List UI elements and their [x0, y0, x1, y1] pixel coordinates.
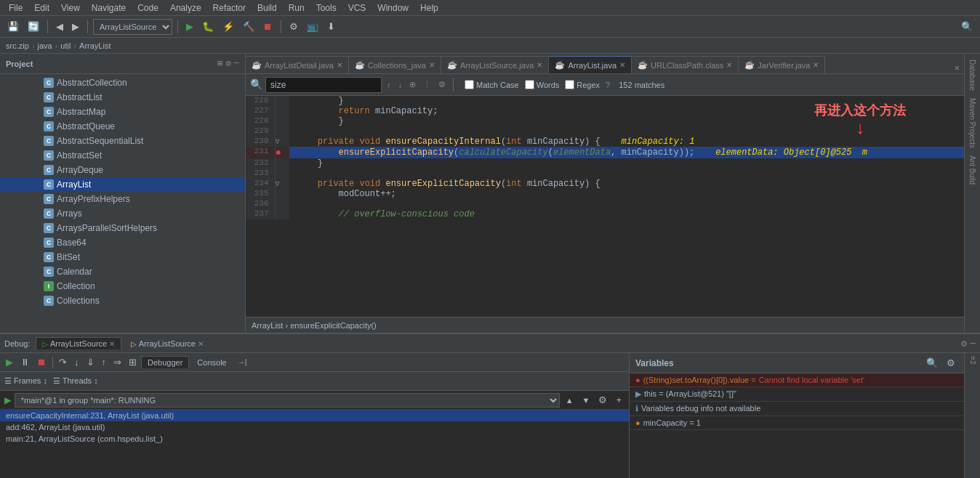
breadcrumb-arraylist[interactable]: ArrayList [79, 41, 111, 50]
step-out-btn[interactable]: ↑ [99, 355, 110, 369]
close-search-icon[interactable]: ✕ [950, 62, 964, 73]
run-button[interactable]: ▶ [183, 20, 196, 33]
tab-close[interactable]: ✕ [726, 61, 732, 69]
tree-item-abstractset[interactable]: C AbstractSet [0, 148, 245, 163]
panel-minimize-icon[interactable]: — [234, 58, 239, 69]
console-tab[interactable]: Console [190, 356, 233, 369]
search-find-usages[interactable]: ⊕ [407, 79, 418, 90]
tree-item-arrayprefixhelpers[interactable]: C ArrayPrefixHelpers [0, 192, 245, 206]
search-prev[interactable]: ↑ [385, 80, 393, 90]
menu-view[interactable]: View [57, 1, 84, 15]
menu-refactor[interactable]: Refactor [209, 1, 250, 15]
sync-button[interactable]: 🔄 [25, 20, 42, 33]
debug-minimize-icon[interactable]: — [970, 338, 976, 349]
tab-close[interactable]: ✕ [537, 61, 542, 69]
debug-tab-1[interactable]: ▷ ArrayListSource ✕ [36, 337, 121, 349]
regex-option[interactable]: Regex [565, 80, 600, 89]
tab-close[interactable]: ✕ [337, 61, 342, 69]
debug-tab2-close[interactable]: ✕ [198, 340, 204, 348]
tree-item-arrays[interactable]: C Arrays [0, 206, 245, 221]
back-button[interactable]: ◀ [53, 20, 66, 33]
menu-file[interactable]: File [4, 1, 27, 15]
sdk-button[interactable]: ⬇ [324, 20, 338, 33]
console-input-btn[interactable]: →| [235, 357, 250, 368]
tree-item-calendar[interactable]: C Calendar [0, 264, 245, 279]
tab-arraylist[interactable]: ☕ ArrayList.java ✕ [549, 56, 632, 73]
words-checkbox[interactable] [525, 80, 534, 89]
panel-settings-icon[interactable]: ⚙ [226, 58, 231, 69]
tree-item-arraydeque[interactable]: C ArrayDeque [0, 163, 245, 177]
settings-button[interactable]: ⚙ [286, 20, 301, 33]
var-expand-1[interactable]: ▶ [635, 389, 641, 399]
menu-edit[interactable]: Edit [30, 1, 54, 15]
tree-item-abstractsequentiallist[interactable]: C AbstractSequentialList [0, 134, 245, 148]
debug-sidebar-item[interactable]: ≡2 [968, 356, 976, 365]
thread-dropdown[interactable]: *main*@1 in group *main*: RUNNING [15, 393, 560, 408]
run-config-dropdown[interactable]: ArrayListSource [93, 19, 172, 35]
debug-button[interactable]: 🐛 [199, 20, 217, 33]
search-options-btn[interactable]: ⋮ [421, 79, 433, 90]
menu-navigate[interactable]: Navigate [87, 1, 130, 15]
menu-help[interactable]: Help [416, 1, 443, 15]
words-option[interactable]: Words [525, 80, 560, 89]
tree-item-abstractmap[interactable]: C AbstractMap [0, 105, 245, 119]
frames-label[interactable]: ☰ Frames ↕ [4, 376, 47, 386]
tab-arraylistdetail[interactable]: ☕ ArrayListDetail.java ✕ [246, 56, 349, 73]
match-case-option[interactable]: Match Case [465, 80, 519, 89]
menu-vcs[interactable]: VCS [344, 1, 371, 15]
breakpoint-icon-231[interactable]: ● [276, 147, 281, 158]
menu-tools[interactable]: Tools [312, 1, 341, 15]
run-cursor-btn[interactable]: ⇒ [111, 355, 124, 369]
tree-item-arraylist[interactable]: C ArrayList [0, 177, 245, 192]
sidebar-ant[interactable]: Ant Build [967, 153, 978, 187]
sidebar-database[interactable]: Database [967, 57, 978, 94]
stack-item-2[interactable]: main:21, ArrayListSource (com.hspedu.lis… [0, 433, 629, 445]
thread-filter[interactable]: ⚙ [595, 393, 610, 407]
menu-window[interactable]: Window [373, 1, 413, 15]
tree-item-base64[interactable]: C Base64 [0, 235, 245, 250]
stop-debug-btn[interactable]: ⏹ [34, 355, 49, 369]
run-coverage-button[interactable]: ⚡ [220, 20, 237, 33]
force-step-btn[interactable]: ⇓ [84, 355, 97, 369]
tab-collections-java[interactable]: ☕ Collections_java ✕ [349, 56, 441, 73]
vars-settings[interactable]: ⚙ [944, 356, 958, 370]
breadcrumb-java[interactable]: java [37, 41, 52, 50]
breadcrumb-util[interactable]: util [60, 41, 71, 50]
tree-item-abstractqueue[interactable]: C AbstractQueue [0, 119, 245, 134]
fold-icon-234[interactable]: ▽ [276, 180, 280, 188]
tree-item-arraysparallelsorters[interactable]: C ArraysParallelSortHelpers [0, 221, 245, 235]
search-filter[interactable]: ⚙ [436, 79, 448, 90]
regex-checkbox[interactable] [565, 80, 574, 89]
tab-arraylistsource[interactable]: ☕ ArrayListSource.java ✕ [441, 56, 550, 73]
stack-item-1[interactable]: add:462, ArrayList (java.util) [0, 421, 629, 433]
threads-label[interactable]: ☰ Threads ↕ [53, 376, 98, 386]
step-over-btn[interactable]: ↷ [56, 355, 70, 369]
vars-search[interactable]: 🔍 [923, 356, 941, 370]
tab-close[interactable]: ✕ [429, 61, 435, 69]
build-button[interactable]: 🔨 [240, 20, 257, 33]
debugger-tab[interactable]: Debugger [141, 356, 189, 368]
resume-btn[interactable]: ▶ [3, 355, 16, 369]
regex-help[interactable]: ? [606, 81, 610, 89]
menu-build[interactable]: Build [253, 1, 281, 15]
sidebar-maven[interactable]: Maven Projects [967, 95, 978, 151]
stop-button[interactable]: ⏹ [260, 20, 276, 33]
debug-tab1-close[interactable]: ✕ [109, 340, 115, 348]
tree-item-bitset[interactable]: C BitSet [0, 250, 245, 264]
menu-run[interactable]: Run [284, 1, 309, 15]
save-button[interactable]: 💾 [4, 20, 22, 33]
debug-tab-2[interactable]: ▷ ArrayListSource ✕ [124, 337, 210, 350]
tab-jarverifier[interactable]: ☕ JarVerifier.java ✕ [739, 56, 825, 73]
tree-item-collection[interactable]: I Collection [0, 279, 245, 293]
forward-button[interactable]: ▶ [69, 20, 82, 33]
search-next[interactable]: ↓ [396, 80, 405, 90]
menu-analyze[interactable]: Analyze [166, 1, 206, 15]
panel-layout-icon[interactable]: ⊞ [217, 58, 222, 69]
fold-icon-230[interactable]: ▽ [276, 138, 280, 146]
thread-up[interactable]: ▲ [563, 394, 577, 406]
match-case-checkbox[interactable] [465, 80, 474, 89]
debug-settings-icon[interactable]: ⚙ [961, 338, 967, 349]
search-input[interactable] [265, 77, 382, 93]
thread-add[interactable]: + [613, 393, 624, 407]
tab-close[interactable]: ✕ [619, 61, 625, 69]
